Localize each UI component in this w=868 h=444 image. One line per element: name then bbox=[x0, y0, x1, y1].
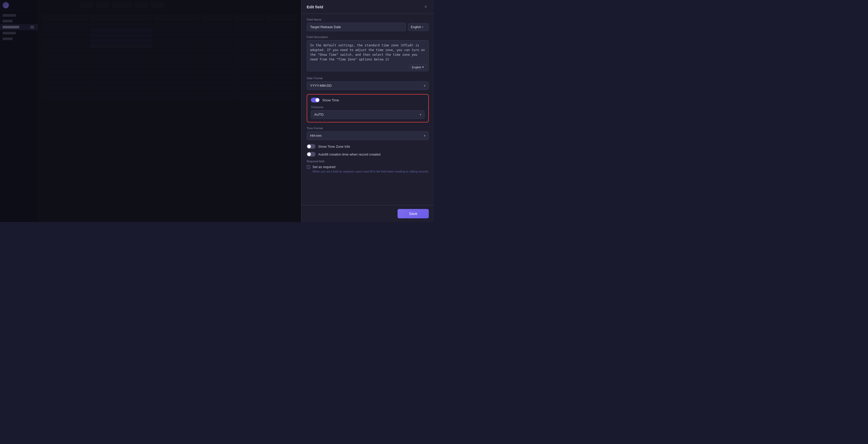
field-name-section: Field Name English ▾ bbox=[307, 18, 429, 31]
show-timezone-info-label: Show Time Zone Info bbox=[318, 145, 350, 149]
date-format-chevron: ▾ bbox=[424, 84, 426, 88]
show-time-toggle-row: Show Time bbox=[311, 98, 425, 102]
edit-field-panel: Edit field × Field Name English ▾ Field … bbox=[301, 0, 434, 222]
timezone-dropdown[interactable]: AUTO ▾ bbox=[311, 110, 425, 119]
time-format-section: Time Format HH:mm ▾ bbox=[307, 127, 429, 140]
field-description-label: Field Description bbox=[307, 35, 429, 38]
show-time-toggle[interactable] bbox=[311, 98, 320, 102]
autofill-toggle[interactable] bbox=[307, 152, 315, 157]
set-as-required-row: Set as required When you set a field as … bbox=[307, 165, 429, 174]
show-timezone-info-toggle[interactable] bbox=[307, 144, 315, 149]
timezone-value: AUTO bbox=[314, 113, 323, 116]
save-button[interactable]: Save bbox=[398, 209, 429, 218]
panel-footer: Save bbox=[302, 205, 434, 222]
field-name-input[interactable] bbox=[307, 23, 406, 31]
field-description-language-chevron: ▾ bbox=[422, 65, 424, 69]
field-name-language-dropdown[interactable]: English ▾ bbox=[408, 23, 429, 31]
date-format-section: Date Format YYYY-MM-DD ▾ bbox=[307, 77, 429, 90]
time-format-dropdown[interactable]: HH:mm ▾ bbox=[307, 131, 429, 140]
set-as-required-checkbox[interactable] bbox=[307, 165, 310, 169]
checkbox-content: Set as required When you set a field as … bbox=[312, 165, 429, 174]
set-as-required-description: When you set a field as required, users … bbox=[312, 170, 429, 174]
autofill-label: Autofill creation time when record creat… bbox=[318, 152, 380, 156]
field-name-language-text: English bbox=[411, 25, 421, 29]
date-format-dropdown[interactable]: YYYY-MM-DD ▾ bbox=[307, 81, 429, 90]
field-name-language-chevron: ▾ bbox=[422, 26, 423, 28]
panel-body: Field Name English ▾ Field Description I… bbox=[302, 14, 434, 205]
autofill-row: Autofill creation time when record creat… bbox=[307, 152, 429, 157]
field-description-section: Field Description In the default setting… bbox=[307, 35, 429, 72]
required-field-section: Required field Set as required When you … bbox=[307, 160, 429, 174]
required-field-label: Required field bbox=[307, 160, 429, 163]
date-format-value: YYYY-MM-DD bbox=[310, 84, 332, 88]
timezone-label: Timezone bbox=[311, 106, 425, 109]
time-format-value: HH:mm bbox=[310, 134, 321, 138]
close-button[interactable]: × bbox=[423, 4, 429, 10]
timezone-section: Timezone AUTO ▾ bbox=[311, 106, 425, 119]
field-description-textarea-row: In the default settings, the standard ti… bbox=[307, 40, 429, 72]
field-name-label: Field Name bbox=[307, 18, 429, 21]
panel-header: Edit field × bbox=[302, 0, 434, 14]
show-time-highlighted-section: Show Time Timezone AUTO ▾ bbox=[307, 94, 429, 122]
field-name-input-row: English ▾ bbox=[307, 23, 429, 31]
field-description-language-dropdown[interactable]: English ▾ bbox=[409, 64, 426, 70]
timezone-chevron: ▾ bbox=[420, 113, 421, 116]
show-timezone-info-row: Show Time Zone Info bbox=[307, 144, 429, 149]
field-description-language-text: English bbox=[412, 66, 421, 69]
show-time-label: Show Time bbox=[322, 98, 339, 102]
set-as-required-label: Set as required bbox=[312, 165, 429, 169]
panel-title: Edit field bbox=[307, 5, 323, 9]
date-format-label: Date Format bbox=[307, 77, 429, 80]
time-format-chevron: ▾ bbox=[424, 134, 426, 138]
time-format-label: Time Format bbox=[307, 127, 429, 130]
